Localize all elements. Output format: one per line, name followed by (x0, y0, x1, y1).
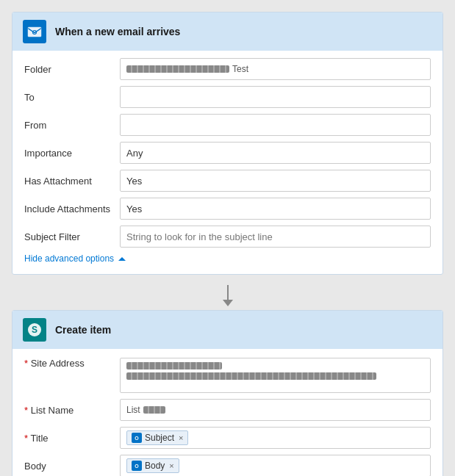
title-row: Title O Subject × (24, 427, 431, 449)
body-tag: O Body × (126, 458, 179, 473)
body-tag-icon: O (132, 461, 142, 471)
to-label: To (24, 92, 120, 103)
site-address-line1 (126, 361, 424, 372)
site-address-label: Site Address (24, 358, 120, 369)
arrow-down-1 (223, 285, 233, 306)
subject-tag-icon: O (132, 433, 142, 443)
has-attachment-row: Has Attachment (24, 170, 431, 192)
importance-row: Importance (24, 142, 431, 164)
connector-1 (12, 281, 443, 310)
site-address-input[interactable] (120, 358, 431, 393)
email-trigger-card: O When a new email arrives Folder Test T… (12, 12, 443, 275)
folder-input[interactable]: Test (120, 58, 431, 80)
list-name-label: List Name (24, 405, 120, 416)
body-tag-close[interactable]: × (169, 461, 173, 470)
title-input[interactable]: O Subject × (120, 427, 431, 449)
importance-label: Importance (24, 148, 120, 159)
list-name-text: List (126, 405, 140, 415)
folder-label: Folder (24, 64, 120, 75)
sharepoint-action-card: S Create item Site Address List Name Lis… (12, 310, 443, 476)
subject-filter-label: Subject Filter (24, 231, 120, 242)
arrow-line-1 (227, 285, 229, 300)
body-tag-label: Body (145, 461, 165, 471)
sharepoint-icon: S (23, 318, 46, 342)
body-row: Body O Body × (24, 455, 431, 476)
has-attachment-input[interactable] (120, 170, 431, 192)
include-attachments-row: Include Attachments (24, 198, 431, 220)
folder-row: Folder Test (24, 58, 431, 80)
to-row: To (24, 86, 431, 108)
from-row: From (24, 114, 431, 136)
email-card-header: O When a new email arrives (12, 12, 443, 51)
folder-text: Test (232, 64, 248, 74)
has-attachment-label: Has Attachment (24, 176, 120, 187)
site-address-row: Site Address (24, 356, 431, 393)
email-card-body: Folder Test To From Importance Has Attac… (12, 51, 443, 274)
sharepoint-card-header: S Create item (12, 311, 443, 349)
include-attachments-input[interactable] (120, 198, 431, 220)
subject-filter-row: Subject Filter (24, 226, 431, 248)
subject-tag: O Subject × (126, 430, 188, 445)
svg-text:O: O (135, 436, 139, 441)
hide-advanced-text: Hide advanced options (24, 253, 114, 264)
svg-text:O: O (135, 464, 139, 469)
site-address-line2 (126, 372, 424, 382)
sharepoint-card-title: Create item (55, 324, 111, 336)
list-name-row: List Name List (24, 399, 431, 421)
list-name-input[interactable]: List (120, 399, 431, 421)
from-label: From (24, 120, 120, 131)
arrow-head-1 (223, 300, 233, 306)
subject-tag-label: Subject (145, 433, 174, 443)
site-address-redacted-1 (126, 362, 222, 369)
importance-input[interactable] (120, 142, 431, 164)
subject-filter-input[interactable] (120, 226, 431, 248)
email-card-title: When a new email arrives (55, 26, 180, 37)
from-input[interactable] (120, 114, 431, 136)
folder-redacted (126, 65, 229, 73)
sharepoint-card-body: Site Address List Name List Title (12, 349, 443, 476)
chevron-up-icon (118, 257, 126, 261)
include-attachments-label: Include Attachments (24, 203, 120, 214)
list-name-redacted (143, 406, 165, 414)
outlook-icon: O (23, 20, 46, 43)
body-input[interactable]: O Body × (120, 455, 431, 476)
to-input[interactable] (120, 86, 431, 108)
body-label: Body (24, 461, 120, 472)
subject-tag-close[interactable]: × (179, 433, 183, 442)
svg-text:O: O (32, 29, 37, 36)
title-label: Title (24, 433, 120, 444)
hide-advanced-link[interactable]: Hide advanced options (24, 253, 431, 264)
svg-text:S: S (32, 325, 37, 335)
site-address-redacted-2 (126, 372, 376, 380)
